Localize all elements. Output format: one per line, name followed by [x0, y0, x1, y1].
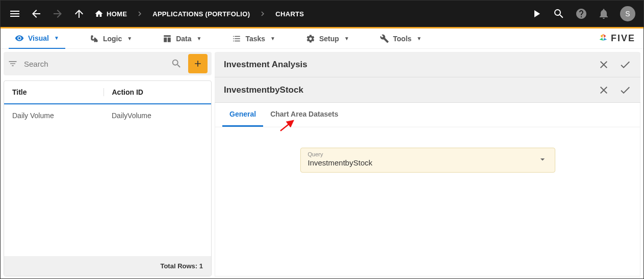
close-icon[interactable] [598, 84, 610, 96]
caret-down-icon: ▼ [54, 35, 59, 41]
panel-title: InvestmentbyStock [224, 85, 588, 95]
add-button[interactable] [188, 54, 208, 73]
menu-label: Setup [319, 35, 339, 43]
breadcrumb-home[interactable]: HOME [94, 9, 127, 18]
main: Title Action ID Daily Volume DailyVolume… [1, 49, 643, 279]
panel-header-1: Investment Analysis [215, 52, 640, 77]
menubar: Visual ▼ Logic ▼ Data ▼ Tasks ▼ Setup ▼ … [1, 29, 643, 49]
menu-tools[interactable]: Tools ▼ [374, 29, 428, 48]
select-label: Query [308, 151, 537, 157]
plus-icon [193, 59, 203, 69]
search-icon[interactable] [171, 58, 182, 69]
up-icon[interactable] [73, 8, 85, 20]
back-icon[interactable] [30, 8, 42, 20]
caret-down-icon: ▼ [417, 36, 422, 41]
chevron-right-icon [135, 9, 144, 18]
menu-label: Tools [393, 35, 411, 43]
caret-down-icon: ▼ [344, 36, 349, 41]
select-content: Query InvestmentbyStock [308, 151, 537, 167]
caret-down-icon: ▼ [197, 36, 202, 41]
check-icon[interactable] [619, 59, 631, 71]
menu-label: Logic [103, 35, 122, 43]
eye-icon [15, 34, 24, 43]
panel-header-2: InvestmentbyStock [215, 77, 640, 103]
breadcrumb-applications[interactable]: APPLICATIONS (PORTFOLIO) [152, 10, 250, 18]
select-value: InvestmentbyStock [308, 158, 537, 167]
breadcrumb-label: HOME [107, 10, 127, 18]
logo-icon [598, 33, 609, 44]
bell-icon[interactable] [598, 8, 610, 20]
right-panel: Investment Analysis InvestmentbyStock Ge… [215, 49, 643, 279]
caret-down-icon: ▼ [127, 36, 132, 41]
tab-chart-area-datasets[interactable]: Chart Area Datasets [263, 103, 345, 127]
cell-action-id: DailyVolume [104, 111, 203, 120]
avatar-letter: S [625, 10, 630, 18]
menu-label: Data [176, 35, 191, 43]
query-select[interactable]: Query InvestmentbyStock [300, 148, 555, 173]
table-body: Daily Volume DailyVolume [4, 104, 211, 256]
search-bar [4, 52, 212, 75]
search-input[interactable] [24, 60, 171, 68]
caret-down-icon: ▼ [270, 36, 275, 41]
column-title[interactable]: Title [12, 88, 104, 96]
menu-data[interactable]: Data ▼ [157, 29, 208, 48]
breadcrumb-label: APPLICATIONS (PORTFOLIO) [152, 10, 250, 18]
tasks-icon [232, 34, 241, 43]
check-icon[interactable] [619, 84, 631, 96]
data-icon [163, 34, 172, 43]
panel-title: Investment Analysis [224, 60, 588, 70]
avatar[interactable]: S [620, 6, 635, 21]
table-footer: Total Rows: 1 [4, 256, 211, 276]
breadcrumb: HOME APPLICATIONS (PORTFOLIO) CHARTS [94, 9, 304, 18]
close-icon[interactable] [598, 59, 610, 71]
menu-visual[interactable]: Visual ▼ [9, 29, 65, 49]
menu-label: Tasks [245, 35, 265, 43]
logo: FIVE [598, 33, 635, 44]
chevron-down-icon [537, 154, 548, 164]
gear-icon [306, 34, 315, 43]
menu-label: Visual [28, 34, 49, 42]
search-icon[interactable] [553, 8, 565, 20]
play-icon[interactable] [530, 8, 543, 20]
logic-icon [90, 34, 99, 43]
tabs-container: General Chart Area Datasets Query Invest… [215, 103, 640, 276]
form-area: Query InvestmentbyStock [215, 127, 640, 193]
tab-general[interactable]: General [222, 103, 263, 127]
table-header: Title Action ID [4, 81, 211, 104]
table: Title Action ID Daily Volume DailyVolume… [4, 80, 212, 276]
tools-icon [380, 34, 389, 43]
menu-icon[interactable] [9, 8, 21, 20]
home-icon [94, 9, 104, 18]
menu-logic[interactable]: Logic ▼ [84, 29, 138, 48]
menu-setup[interactable]: Setup ▼ [300, 29, 355, 48]
topbar-right: S [530, 6, 635, 21]
breadcrumb-charts[interactable]: CHARTS [275, 10, 304, 18]
logo-text: FIVE [611, 33, 635, 44]
cell-title: Daily Volume [12, 111, 104, 120]
help-icon[interactable] [575, 8, 587, 20]
table-row[interactable]: Daily Volume DailyVolume [4, 104, 211, 127]
filter-icon[interactable] [8, 59, 18, 69]
column-action-id[interactable]: Action ID [104, 88, 203, 96]
tabs: General Chart Area Datasets [215, 103, 640, 127]
chevron-right-icon [258, 9, 267, 18]
left-panel: Title Action ID Daily Volume DailyVolume… [1, 49, 215, 279]
topbar: HOME APPLICATIONS (PORTFOLIO) CHARTS S [1, 1, 643, 27]
breadcrumb-label: CHARTS [275, 10, 304, 18]
menu-tasks[interactable]: Tasks ▼ [226, 29, 281, 48]
forward-icon [51, 8, 64, 20]
